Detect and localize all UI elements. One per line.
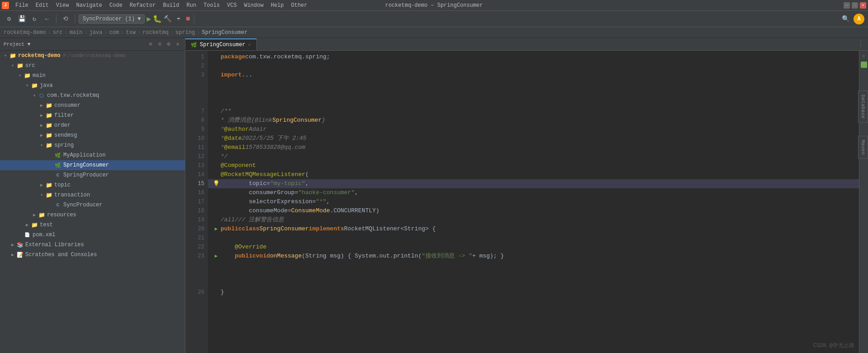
debug-button[interactable]: 🐛 [153, 14, 162, 24]
run-config-selector[interactable]: SyncProducer (1) ▼ [79, 14, 145, 24]
bc-root[interactable]: rocketmq-demo [4, 29, 46, 36]
database-tab[interactable]: Database [858, 91, 868, 123]
run-button[interactable]: ▶ [146, 14, 151, 24]
menu-other[interactable]: Other [288, 1, 311, 10]
breadcrumb: rocketmq-demo › src › main › java › com … [0, 27, 868, 38]
token: @RocketMQMessageListener [221, 170, 305, 179]
tree-main-label: main [33, 72, 46, 79]
tree-java[interactable]: ▾ 📁 java [0, 81, 185, 91]
window-title: rocketmq-demo – SpringConsumer [385, 2, 483, 9]
tree-myapp[interactable]: 🌿 MyApplication [0, 150, 185, 160]
build-button[interactable]: 🔨 [164, 15, 171, 23]
tree-pom[interactable]: 📄 pom.xml [0, 230, 185, 240]
token: ; [326, 52, 330, 62]
bc-java[interactable]: java [90, 29, 103, 36]
tree-pom-label: pom.xml [33, 232, 55, 238]
menu-file[interactable]: File [12, 1, 32, 10]
code-line-15: 💡 topic = "my-topic", [208, 179, 859, 188]
tree-order-label: order [54, 122, 71, 129]
close-button[interactable]: ✕ [860, 2, 866, 9]
tree-package[interactable]: ▾ ⬡ com.txw.rocketmq [0, 91, 185, 100]
token: @author [224, 125, 249, 134]
tab-springconsumer[interactable]: 🌿 SpringConsumer ✕ [185, 38, 257, 50]
bc-txw[interactable]: txw [126, 29, 136, 36]
run-arrow-icon[interactable]: ▶ [215, 224, 218, 234]
folder-icon: 📁 [45, 142, 52, 149]
menu-refactor[interactable]: Refactor [126, 1, 160, 10]
run-arrow-icon2[interactable]: ▶ [215, 252, 218, 261]
token: /all/ [221, 215, 238, 224]
code-line-1: package com.txw.rocketmq.spring; [208, 52, 859, 62]
tree-ext-libs[interactable]: ▶ 📚 External Libraries [0, 240, 185, 250]
tree-consumer[interactable]: ▶ 📁 consumer [0, 100, 185, 110]
maximize-button[interactable]: □ [852, 2, 858, 9]
tree-springconsumer[interactable]: 🌿 SpringConsumer [0, 160, 185, 170]
bulb-icon[interactable]: 💡 [213, 179, 220, 188]
token: * 消费消息 [221, 116, 251, 125]
tab-options-icon[interactable]: ⋮ [854, 38, 868, 50]
tree-scratches[interactable]: ▶ 📝 Scratches and Consoles [0, 250, 185, 260]
coverage-button[interactable]: ☂ [173, 14, 184, 24]
settings-button[interactable]: ⚙ [4, 14, 14, 24]
ln-9: 9 [185, 125, 204, 134]
tree-root[interactable]: ▾ 📁 rocketmq-demo F:\code\rocketmq-demo [0, 51, 185, 61]
menu-vcs[interactable]: VCS [223, 1, 241, 10]
tree-java-label: java [40, 82, 53, 89]
menu-tools[interactable]: Tools [200, 1, 223, 10]
java-file-icon: C [54, 172, 61, 179]
tree-resources[interactable]: ▶ 📁 resources [0, 210, 185, 220]
collapse-all-icon[interactable]: ≡ [156, 41, 163, 48]
tree-test[interactable]: ▶ 📁 test [0, 220, 185, 230]
tree-order[interactable]: ▶ 📁 order [0, 120, 185, 130]
bc-src[interactable]: src [53, 29, 63, 36]
bc-com[interactable]: com [109, 29, 119, 36]
bc-main[interactable]: main [70, 29, 83, 36]
bc-spring[interactable]: spring [175, 29, 195, 36]
stop-button[interactable]: ■ [186, 15, 190, 23]
bc-springconsumer[interactable]: SpringConsumer [202, 29, 248, 36]
panel-close-icon[interactable]: ✕ [174, 41, 181, 48]
token: , [326, 197, 330, 206]
code-content[interactable]: package com.txw.rocketmq.spring; import … [208, 51, 859, 353]
menu-build[interactable]: Build [159, 1, 183, 10]
tree-sendmsg[interactable]: ▶ 📁 sendmsg [0, 130, 185, 140]
tree-topic[interactable]: ▶ 📁 topic [0, 180, 185, 190]
menu-help[interactable]: Help [267, 1, 288, 10]
search-button[interactable]: 🔍 [840, 14, 851, 24]
tree-src-label: src [25, 62, 35, 69]
xml-file-icon: 📄 [24, 231, 31, 239]
save-all-button[interactable]: 💾 [16, 14, 27, 24]
tree-main[interactable]: ▾ 📁 main [0, 71, 185, 81]
tree-springproducer[interactable]: C SpringProducer [0, 170, 185, 180]
tree-filter[interactable]: ▶ 📁 filter [0, 110, 185, 120]
tree-sendmsg-label: sendmsg [54, 132, 77, 138]
tree-spring-label: spring [54, 142, 74, 148]
menu-view[interactable]: View [52, 1, 73, 10]
tree-transaction[interactable]: ▾ 📁 transaction [0, 190, 185, 200]
menu-run[interactable]: Run [183, 1, 200, 10]
tree-myapp-label: MyApplication [63, 152, 106, 158]
token: = [312, 197, 316, 206]
tree-spring[interactable]: ▾ 📁 spring [0, 140, 185, 150]
locate-icon[interactable]: ⊙ [147, 41, 154, 48]
tab-close-icon[interactable]: ✕ [248, 42, 251, 48]
expand-topic-icon: ▶ [38, 181, 45, 189]
rs-settings-icon[interactable]: ⚙ [860, 52, 868, 60]
menu-window[interactable]: Window [241, 1, 267, 10]
tree-syncproducer[interactable]: C SyncProducer [0, 200, 185, 210]
maven-tab[interactable]: Maven [858, 136, 868, 159]
undo-button[interactable]: ⟲ [60, 14, 71, 24]
menu-edit[interactable]: Edit [32, 1, 52, 10]
user-avatar[interactable]: A [854, 14, 864, 24]
sync-button[interactable]: ↻ [29, 14, 40, 24]
tree-src[interactable]: ▾ 📁 src [0, 61, 185, 71]
menu-navigate[interactable]: Navigate [72, 1, 106, 10]
panel-settings-icon[interactable]: ⚙ [165, 41, 172, 48]
menu-code[interactable]: Code [106, 1, 126, 10]
tree-topic-label: topic [54, 182, 71, 188]
back-button[interactable]: ← [42, 14, 52, 24]
bc-rocketmq[interactable]: rocketmq [142, 29, 169, 36]
package-icon: ⬡ [38, 92, 45, 99]
minimize-button[interactable]: ─ [844, 2, 850, 9]
token: } [221, 288, 224, 297]
